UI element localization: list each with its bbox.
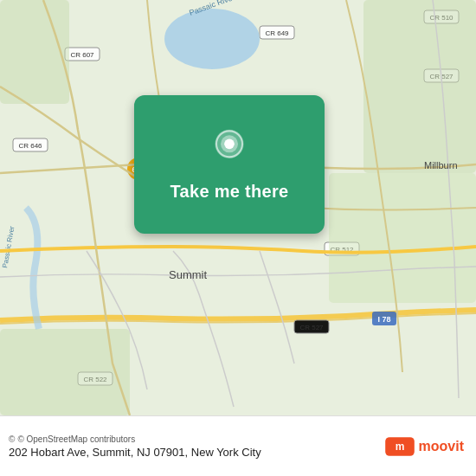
osm-attribution: © © OpenStreetMap contributors <box>9 434 261 444</box>
moovit-text: moovit <box>419 439 464 454</box>
svg-text:CR 649: CR 649 <box>265 29 289 37</box>
address-display: 202 Hobart Ave, Summit, NJ 07901, New Yo… <box>9 446 261 459</box>
svg-text:Millburn: Millburn <box>424 160 458 170</box>
svg-point-32 <box>224 138 235 149</box>
svg-text:CR 607: CR 607 <box>70 51 94 59</box>
svg-text:CR 527: CR 527 <box>299 324 324 331</box>
location-pin-icon <box>208 128 251 171</box>
attribution-text: © OpenStreetMap contributors <box>17 434 135 444</box>
svg-point-21 <box>164 9 260 69</box>
take-me-button[interactable]: Take me there <box>134 95 325 234</box>
moovit-logo: m moovit <box>384 431 464 462</box>
svg-text:m: m <box>395 440 404 452</box>
svg-rect-24 <box>0 0 69 104</box>
bottom-bar: © © OpenStreetMap contributors 202 Hobar… <box>0 415 476 476</box>
map-container: I 78 CR 527 CR 512 CR 510 CR 527 CR 649 … <box>0 0 476 415</box>
moovit-logo-icon: m <box>384 431 415 462</box>
svg-rect-25 <box>363 0 476 173</box>
svg-text:I 78: I 78 <box>377 315 390 324</box>
take-me-label: Take me there <box>170 182 289 202</box>
svg-rect-26 <box>329 173 476 303</box>
svg-text:CR 646: CR 646 <box>18 142 42 150</box>
svg-text:Summit: Summit <box>169 268 207 281</box>
copyright-symbol: © <box>9 434 15 444</box>
address-section: © © OpenStreetMap contributors 202 Hobar… <box>9 434 261 459</box>
